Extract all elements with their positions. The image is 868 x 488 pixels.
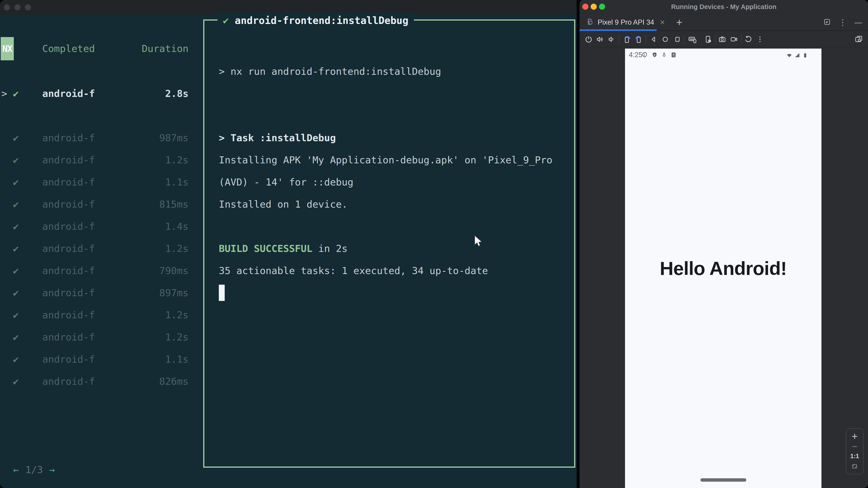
task-duration: 1.1s — [165, 171, 188, 193]
expand-chevron-icon[interactable]: > — [1, 83, 7, 105]
tasks-summary-line: 35 actionable tasks: 1 executed, 34 up-t… — [219, 260, 558, 282]
hello-android-text: Hello Android! — [625, 258, 822, 280]
task-name[interactable]: android-f — [42, 127, 95, 149]
studio-titlebar[interactable]: Running Devices - My Application — [580, 0, 868, 14]
status-bar-right-icons — [786, 52, 808, 59]
emulator-display[interactable]: 4:25 — [625, 48, 822, 488]
task-name[interactable]: android-f — [42, 304, 95, 326]
terminal-cursor — [219, 285, 225, 301]
task-duration: 1.2s — [165, 237, 188, 260]
screenshot-button[interactable] — [717, 34, 727, 44]
toolbar-more-button[interactable] — [755, 34, 765, 44]
device-toolbar — [580, 31, 868, 47]
active-tab-indicator — [580, 29, 657, 31]
gradle-task-line: > Task :installDebug — [219, 127, 558, 149]
task-name[interactable]: android-f — [42, 237, 95, 260]
tab-pixel-9-pro[interactable]: Pixel 9 Pro API 34 × + — [586, 14, 682, 31]
task-row[interactable]: ✔ android-f 1.4s — [0, 215, 195, 237]
actual-size-button[interactable]: 1:1 — [850, 453, 859, 460]
completed-column-header: Completed — [42, 37, 95, 60]
hardware-input-button[interactable] — [687, 34, 698, 44]
task-row[interactable]: ✔ android-f 826ms — [0, 370, 195, 392]
check-icon: ✔ — [13, 215, 19, 237]
zoom-in-button[interactable]: + — [852, 432, 858, 440]
tab-close-icon[interactable]: × — [660, 18, 665, 27]
screen-record-button[interactable] — [729, 34, 739, 44]
task-row[interactable]: ✔ android-f 1.2s — [0, 149, 195, 171]
installed-line: Installed on 1 device. — [219, 193, 558, 215]
autofill-icon: A — [670, 52, 677, 59]
toolbar-separator — [684, 35, 684, 43]
zoom-controls-panel: + − 1:1 — [846, 428, 864, 475]
toolbar-separator — [741, 35, 742, 43]
home-button[interactable] — [660, 34, 670, 44]
task-name[interactable]: android-f — [42, 370, 95, 392]
duration-column-header: Duration — [142, 37, 188, 60]
minimize-traffic-light-inactive[interactable] — [14, 4, 21, 10]
more-options-icon[interactable]: ⋮ — [839, 18, 847, 27]
terminal-window: NX Completed Duration > ✔ android-f 2.8s… — [0, 0, 577, 488]
terminal-command-line: > nx run android-frontend:installDebug — [219, 60, 558, 83]
check-icon: ✔ — [13, 260, 19, 282]
rotate-right-button[interactable] — [633, 34, 644, 44]
task-name[interactable]: android-f — [42, 83, 95, 105]
task-name[interactable]: android-f — [42, 282, 95, 304]
task-row[interactable]: ✔ android-f 1.2s — [0, 326, 195, 348]
gesture-navigation-bar[interactable] — [700, 478, 746, 482]
prev-page-arrow[interactable]: ← — [13, 464, 19, 475]
volume-down-button[interactable] — [607, 34, 616, 44]
close-traffic-light-inactive[interactable] — [4, 4, 10, 10]
task-row[interactable]: ✔ android-f 1.2s — [0, 304, 195, 326]
status-bar-clock: 4:25 — [629, 51, 643, 59]
build-successful-label: BUILD SUCCESSFUL — [219, 243, 312, 254]
hide-window-icon[interactable]: — — [855, 18, 862, 27]
check-icon: ✔ — [13, 149, 19, 171]
task-name[interactable]: android-f — [42, 171, 95, 193]
terminal-output[interactable]: > nx run android-frontend:installDebug >… — [219, 60, 558, 307]
task-row[interactable]: ✔ android-f 1.2s — [0, 237, 195, 260]
check-icon: ✔ — [13, 83, 19, 105]
collapse-window-icon[interactable] — [823, 18, 831, 27]
task-name[interactable]: android-f — [42, 193, 95, 215]
task-duration: 1.2s — [165, 149, 188, 171]
mouse-cursor — [474, 235, 483, 249]
task-row[interactable]: ✔ android-f 790ms — [0, 260, 195, 282]
task-duration: 1.2s — [165, 326, 188, 348]
selected-task-row[interactable]: > ✔ android-f 2.8s — [0, 83, 195, 105]
layout-inspector-button[interactable] — [854, 34, 864, 44]
fit-to-window-button[interactable] — [851, 463, 858, 470]
task-name[interactable]: android-f — [42, 348, 95, 370]
task-name[interactable]: android-f — [42, 215, 95, 237]
task-name[interactable]: android-f — [42, 260, 95, 282]
task-row[interactable]: ✔ android-f 987ms — [0, 127, 195, 149]
check-icon: ✔ — [13, 127, 19, 149]
rotate-left-button[interactable] — [622, 34, 632, 44]
restart-button[interactable] — [743, 34, 753, 44]
overview-button[interactable] — [673, 34, 682, 44]
page-indicator: 1/3 — [25, 464, 43, 475]
task-row[interactable]: ✔ android-f 815ms — [0, 193, 195, 215]
back-button[interactable] — [649, 34, 659, 44]
task-row[interactable]: ✔ android-f 1.1s — [0, 171, 195, 193]
zoom-out-button[interactable]: − — [852, 444, 857, 449]
next-page-arrow[interactable]: → — [49, 464, 55, 475]
power-button[interactable] — [584, 34, 594, 44]
new-tab-icon[interactable]: + — [676, 16, 682, 29]
task-duration: 897ms — [159, 282, 188, 304]
task-row[interactable]: ✔ android-f 1.1s — [0, 348, 195, 370]
check-icon: ✔ — [13, 193, 19, 215]
check-icon: ✔ — [13, 171, 19, 193]
device-phone-icon — [586, 18, 594, 27]
task-name[interactable]: android-f — [42, 326, 95, 348]
zoom-traffic-light-inactive[interactable] — [25, 4, 31, 10]
task-list: ✔ android-f 987ms ✔ android-f 1.2s ✔ and… — [0, 127, 195, 392]
terminal-output-box: ✔android-frontend:installDebug > nx run … — [203, 20, 575, 468]
tab-label[interactable]: Pixel 9 Pro API 34 — [598, 18, 654, 26]
device-settings-button[interactable] — [703, 34, 713, 44]
running-devices-window: Running Devices - My Application Pixel 9… — [580, 0, 868, 488]
volume-up-button[interactable] — [595, 34, 605, 44]
task-name[interactable]: android-f — [42, 149, 95, 171]
task-row[interactable]: ✔ android-f 897ms — [0, 282, 195, 304]
svg-text:A: A — [673, 53, 675, 56]
toolbar-separator — [715, 35, 716, 43]
